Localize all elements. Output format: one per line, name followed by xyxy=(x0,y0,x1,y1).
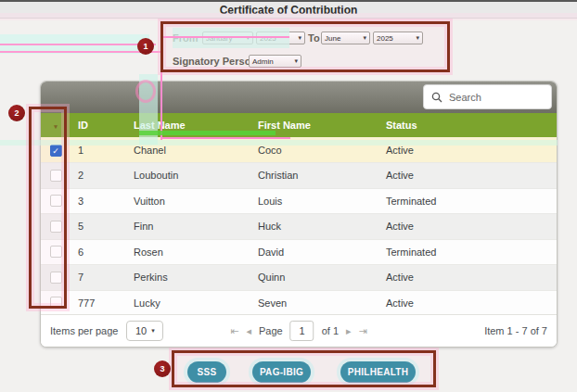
cell-last-name: Vuitton xyxy=(126,188,250,214)
search-box[interactable] xyxy=(423,84,552,109)
items-per-page-label: Items per page xyxy=(50,325,118,336)
sss-button[interactable]: SSS xyxy=(187,361,226,383)
cell-first-name: Quinn xyxy=(250,265,378,291)
signatory-person-select[interactable]: Admin ▾ xyxy=(249,55,301,68)
from-year-select[interactable]: 2025 ▾ xyxy=(256,32,305,44)
page-controls: ⇤ ◂ Page of 1 ▸ ⇥ xyxy=(230,321,367,341)
cell-id: 777 xyxy=(71,290,126,316)
table-body: ✓ 1 Chanel Coco Active 2 Louboutin Chris… xyxy=(41,137,558,316)
cell-id: 1 xyxy=(71,137,126,163)
table-row[interactable]: 6 Rosen David Terminated xyxy=(41,239,558,265)
annotation-marker-3: 3 xyxy=(154,360,171,377)
previous-page-icon[interactable]: ◂ xyxy=(246,325,251,337)
cell-last-name: Chanel xyxy=(126,137,250,163)
search-input[interactable] xyxy=(449,92,542,103)
items-per-page-select[interactable]: 10 ▾ xyxy=(126,321,163,341)
first-page-icon[interactable]: ⇤ xyxy=(230,325,238,337)
table-header-row: ▾ ID Last Name First Name Status xyxy=(41,113,558,137)
cell-status: Terminated xyxy=(378,239,558,265)
from-year-value: 2025 xyxy=(260,34,276,43)
items-per-page-value: 10 xyxy=(135,325,147,336)
table-row[interactable]: 7 Perkins Quinn Active xyxy=(41,265,558,291)
row-checkbox[interactable] xyxy=(50,221,62,233)
page-title: Certificate of Contribution xyxy=(220,4,358,17)
page-label: Page xyxy=(259,325,283,336)
cell-id: 7 xyxy=(71,265,126,291)
cell-status: Active xyxy=(378,265,558,291)
cell-last-name: Rosen xyxy=(126,239,250,265)
artifact-pink-line xyxy=(0,51,160,53)
table-row[interactable]: 2 Louboutin Christian Active xyxy=(41,163,558,189)
chevron-down-icon: ▾ xyxy=(416,34,419,42)
artifact-cyan-band xyxy=(0,34,149,54)
from-month-value: January xyxy=(206,34,232,43)
row-checkbox[interactable] xyxy=(50,297,62,309)
row-checkbox[interactable] xyxy=(50,195,62,207)
filter-arrow-icon[interactable]: ▾ xyxy=(54,123,58,130)
table-row[interactable]: 3 Vuitton Louis Terminated xyxy=(41,188,558,214)
table-row[interactable]: 5 Finn Huck Active xyxy=(41,214,558,240)
to-label: To xyxy=(308,32,320,44)
chevron-down-icon: ▾ xyxy=(151,327,155,335)
pagination-bar: Items per page 10 ▾ ⇤ ◂ Page of 1 ▸ ⇥ It… xyxy=(41,314,557,347)
row-checkbox[interactable]: ✓ xyxy=(50,145,62,157)
cell-last-name: Perkins xyxy=(126,265,250,291)
cell-last-name: Finn xyxy=(126,214,250,240)
annotation-marker-1: 1 xyxy=(137,38,154,55)
cell-id: 6 xyxy=(71,239,126,265)
signatory-person-value: Admin xyxy=(252,57,274,66)
row-checkbox[interactable] xyxy=(50,170,62,182)
cell-first-name: Coco xyxy=(250,137,378,163)
cell-status: Active xyxy=(378,214,558,240)
members-table: ▾ ID Last Name First Name Status ✓ 1 Cha… xyxy=(41,113,558,316)
chevron-down-icon: ▾ xyxy=(294,57,298,65)
from-month-select[interactable]: January ▾ xyxy=(202,32,253,44)
select-all-header[interactable]: ▾ xyxy=(41,113,71,137)
next-page-icon[interactable]: ▸ xyxy=(346,325,352,337)
column-header-last-name[interactable]: Last Name xyxy=(126,113,250,137)
cell-id: 5 xyxy=(71,214,126,240)
row-checkbox[interactable] xyxy=(50,272,62,284)
cell-status: Active xyxy=(378,137,558,163)
cell-first-name: Seven xyxy=(250,290,378,316)
philhealth-button[interactable]: PHILHEALTH xyxy=(340,361,416,383)
column-header-id[interactable]: ID xyxy=(71,113,126,137)
to-year-select[interactable]: 2025 ▾ xyxy=(373,32,423,44)
cell-status: Active xyxy=(378,163,558,189)
column-header-status[interactable]: Status xyxy=(378,113,558,137)
page-of-label: of 1 xyxy=(322,325,339,336)
table-toolbar xyxy=(41,82,557,113)
to-month-value: June xyxy=(325,34,340,43)
cell-last-name: Louboutin xyxy=(126,163,250,189)
item-range-label: Item 1 - 7 of 7 xyxy=(484,325,547,336)
chevron-down-icon: ▾ xyxy=(298,34,301,42)
row-checkbox[interactable] xyxy=(50,246,62,258)
to-month-select[interactable]: June ▾ xyxy=(321,32,370,44)
column-header-first-name[interactable]: First Name xyxy=(250,113,378,137)
search-icon xyxy=(431,92,442,103)
from-label: From xyxy=(173,32,199,44)
cell-status: Active xyxy=(378,290,558,316)
cell-id: 3 xyxy=(71,188,126,214)
to-year-value: 2025 xyxy=(377,34,393,43)
cell-first-name: Christian xyxy=(250,163,378,189)
table-row[interactable]: ✓ 1 Chanel Coco Active xyxy=(41,137,558,163)
cell-first-name: David xyxy=(250,239,378,265)
page-number-input[interactable] xyxy=(290,321,314,341)
cell-last-name: Lucky xyxy=(126,290,250,316)
cell-first-name: Louis xyxy=(250,188,378,214)
cell-status: Terminated xyxy=(378,188,558,214)
chevron-down-icon: ▾ xyxy=(363,34,366,42)
table-row[interactable]: 777 Lucky Seven Active xyxy=(41,290,558,316)
signatory-person-label: Signatory Person xyxy=(173,56,257,67)
members-table-panel: ▾ ID Last Name First Name Status ✓ 1 Cha… xyxy=(40,81,558,348)
window-title-bar: Certificate of Contribution xyxy=(0,0,577,19)
annotation-marker-2: 2 xyxy=(8,105,25,121)
artifact-pink-line xyxy=(0,44,156,45)
cell-first-name: Huck xyxy=(250,214,378,240)
pag-ibig-button[interactable]: PAG-IBIG xyxy=(252,361,311,383)
cell-id: 2 xyxy=(71,163,126,189)
last-page-icon[interactable]: ⇥ xyxy=(359,325,367,337)
chevron-down-icon: ▾ xyxy=(246,34,250,42)
